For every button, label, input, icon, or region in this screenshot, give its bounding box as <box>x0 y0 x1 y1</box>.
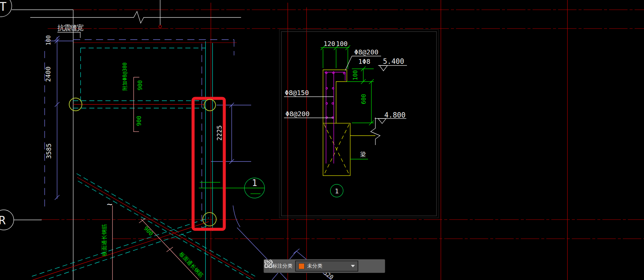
purple-lines <box>45 36 331 280</box>
detail-bubble: 1 <box>330 184 343 197</box>
detail-level-upper: 5.400 <box>383 57 404 65</box>
dropdown-arrow-icon <box>351 265 355 267</box>
detail-popup: 120 100 Φ8@200 1Φ8 5.400 Φ8@150 Φ8@200 4… <box>279 30 439 218</box>
annotation-toolbar: 标注分类 未分类 <box>264 259 385 273</box>
dim-column-strip: 2225 <box>216 125 223 141</box>
seismic-joint-label: 抗震缝宽 <box>57 24 84 32</box>
dim-900-diag: 900 <box>143 225 155 237</box>
detail-wall-rebar-upper: Φ8@150 <box>285 89 309 97</box>
break-symbol: ~ <box>107 199 112 210</box>
dim-joint-width: 100 <box>45 35 52 46</box>
detail-dim-600: 600 <box>360 94 367 104</box>
cad-viewport[interactable]: T R <box>0 0 644 280</box>
detail-beam-label: 梁 <box>360 151 366 158</box>
grid-bubble-r: R <box>0 210 42 230</box>
grid-bubble-t: T <box>0 0 73 17</box>
dim-900-upper: 900 <box>137 80 143 91</box>
dim-900-lower: 900 <box>136 116 142 126</box>
detail-dim-step: 100 <box>352 70 359 81</box>
slab-rebar-note-left: 板面通长钢筋 <box>101 224 107 256</box>
detail-hook-rebar: 1Φ8 <box>358 57 370 65</box>
grid-bubble-t-label: T <box>0 0 7 13</box>
cyan-lines <box>32 41 255 280</box>
dim-bay-lower: 3585 <box>45 143 52 159</box>
pink-dims <box>112 77 199 280</box>
rebar-lines <box>324 71 345 164</box>
detail-wall-rebar-lower: Φ8@200 <box>285 110 310 118</box>
category-label: 标注分类 <box>272 263 292 269</box>
selected-category-label: 未分类 <box>307 263 348 269</box>
detail-level-lower: 4.800 <box>384 111 405 119</box>
category-color-swatch <box>298 263 305 269</box>
white-lines <box>30 0 241 280</box>
selection-highlight <box>193 98 224 229</box>
slab-rebar-note-diag: 板面通长钢筋 <box>178 250 205 279</box>
category-dropdown[interactable]: 未分类 <box>295 261 358 272</box>
dim-bay-upper: 2400 <box>44 66 52 82</box>
grid-bubble-r-label: R <box>0 214 6 227</box>
detail-dim-100-top: 100 <box>336 40 348 47</box>
detail-top-rebar: Φ8@200 <box>354 48 378 56</box>
drawing-canvas[interactable]: T R <box>0 0 644 280</box>
section-marker-number: 1 <box>252 178 257 188</box>
detail-bubble-number: 1 <box>335 187 339 195</box>
added-rebar-note: 附加Φ8@300 <box>122 62 128 91</box>
detail-dim-120: 120 <box>324 40 335 47</box>
